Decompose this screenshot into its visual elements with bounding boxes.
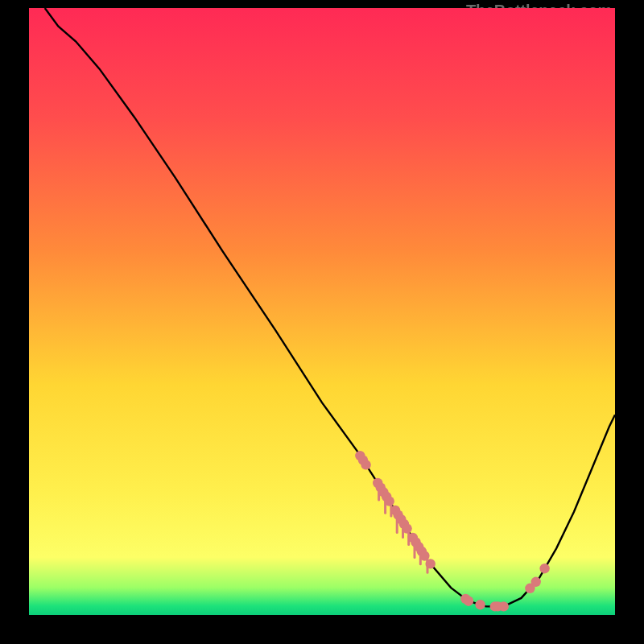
data-marker — [426, 559, 436, 568]
data-marker — [361, 460, 370, 469]
chart-svg — [29, 8, 615, 615]
data-marker — [464, 597, 473, 606]
data-marker — [402, 523, 411, 533]
chart-area — [29, 8, 615, 615]
data-marker — [499, 601, 509, 611]
data-marker — [539, 564, 549, 573]
data-marker — [385, 496, 394, 506]
data-marker — [419, 551, 429, 560]
data-marker — [531, 577, 541, 587]
data-marker — [475, 600, 485, 609]
bottleneck-curve — [45, 8, 615, 606]
data-markers — [355, 451, 550, 612]
